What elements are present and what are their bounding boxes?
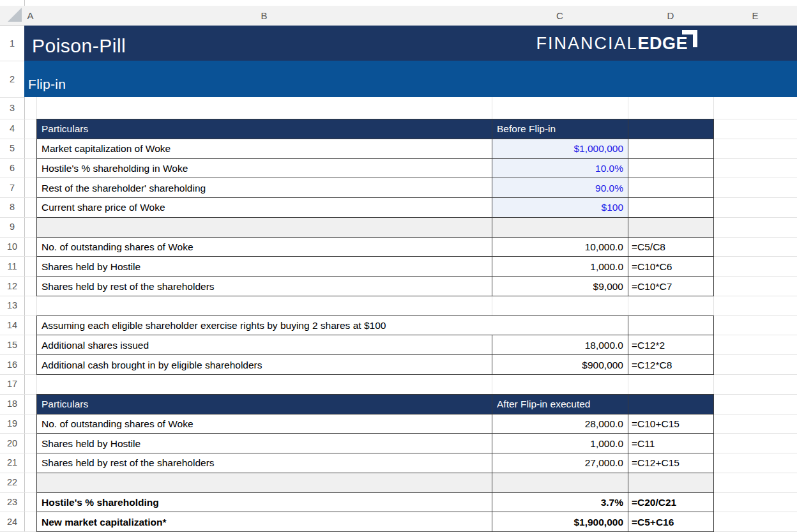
logo-text-bold: EDGE	[637, 34, 688, 53]
cell-C5-value[interactable]: $1,000,000	[492, 139, 628, 159]
row-header-20[interactable]: 20	[0, 433, 24, 453]
column-header-D[interactable]: D	[667, 6, 674, 26]
row-header-13[interactable]: 13	[0, 296, 24, 315]
cell-C12-value[interactable]: $9,000	[492, 277, 628, 296]
cell-B5-label[interactable]: Market capitalization of Woke	[37, 139, 492, 159]
cell-D15-formula[interactable]: =C12*2	[628, 335, 714, 355]
cell-D5[interactable]	[628, 139, 714, 159]
cell-B10-label[interactable]: No. of outstanding shares of Woke	[37, 238, 492, 257]
row-header-17[interactable]: 17	[0, 374, 24, 394]
row-header-19[interactable]: 19	[0, 414, 24, 434]
cell-C8-value[interactable]: $100	[492, 198, 628, 218]
row-header-12[interactable]: 12	[0, 276, 24, 296]
cell-C20-value[interactable]: 1,000.0	[492, 434, 628, 453]
cell-B14-note[interactable]: Assuming each eligible shareholder exerc…	[37, 316, 628, 336]
row-header-10[interactable]: 10	[0, 237, 24, 257]
cell-D14[interactable]	[628, 316, 714, 336]
cell-D9[interactable]	[628, 218, 714, 238]
table-before-flip-in: ParticularsBefore Flip-inMarket capitali…	[36, 119, 714, 296]
row-header-16[interactable]: 16	[0, 354, 24, 374]
cell-D20-formula[interactable]: =C11	[628, 434, 714, 453]
cell-B24-label[interactable]: New market capitalization*	[37, 512, 492, 532]
cell-C6-value[interactable]: 10.0%	[492, 159, 628, 179]
cell-D21-formula[interactable]: =C12+C15	[628, 453, 714, 473]
cell-B16-label[interactable]: Additional cash brought in by eligible s…	[37, 355, 492, 375]
cell-B8-label[interactable]: Current share price of Woke	[37, 198, 492, 218]
cell-B22[interactable]	[37, 473, 492, 493]
row-header-9[interactable]: 9	[0, 217, 24, 237]
logo-text-thin: FINANCIAL	[536, 34, 637, 53]
cell-B9[interactable]	[37, 218, 492, 238]
row-header-1[interactable]: 1	[0, 26, 24, 61]
row-header-4[interactable]: 4	[0, 119, 24, 139]
logo-arrow-icon	[682, 30, 697, 47]
cell-C19-value[interactable]: 28,000.0	[492, 414, 628, 434]
cell-D23-formula[interactable]: =C20/C21	[628, 493, 714, 513]
cell-C18-header[interactable]: After Flip-in executed	[492, 395, 628, 414]
table-assumption: Assuming each eligible shareholder exerc…	[36, 315, 714, 375]
cell-C9[interactable]	[492, 218, 628, 238]
cell-C4-header[interactable]: Before Flip-in	[492, 119, 628, 139]
row-header-22[interactable]: 22	[0, 473, 24, 492]
title-banner-cell[interactable]: Poison-Pill FINANCIALEDGE	[24, 26, 797, 61]
cell-B21-label[interactable]: Shares held by rest of the shareholders	[37, 453, 492, 473]
cell-B18-header[interactable]: Particulars	[37, 395, 492, 414]
row-header-2[interactable]: 2	[0, 61, 24, 97]
cell-D18-header[interactable]	[628, 395, 714, 414]
cell-D12-formula[interactable]: =C10*C7	[628, 277, 714, 296]
spreadsheet: ABCDE 1234567891011121314151617181920212…	[0, 0, 797, 532]
row-header-14[interactable]: 14	[0, 315, 24, 335]
column-header-C[interactable]: C	[556, 6, 563, 26]
cell-D7[interactable]	[628, 178, 714, 198]
row-header-3[interactable]: 3	[0, 97, 24, 119]
row-header-6[interactable]: 6	[0, 158, 24, 178]
column-header-A[interactable]: A	[27, 6, 33, 26]
table-after-flip-in: ParticularsAfter Flip-in executedNo. of …	[36, 394, 714, 532]
cell-B15-label[interactable]: Additional shares issued	[37, 335, 492, 355]
sheet-subtitle: Flip-in	[28, 77, 66, 92]
cell-C16-value[interactable]: $900,000	[492, 355, 628, 375]
row-header-18[interactable]: 18	[0, 394, 24, 414]
cell-B4-header[interactable]: Particulars	[37, 119, 492, 139]
cell-D6[interactable]	[628, 159, 714, 179]
column-header-B[interactable]: B	[261, 6, 267, 26]
column-header-strip	[0, 6, 797, 26]
row-header-21[interactable]: 21	[0, 453, 24, 473]
select-all-triangle-icon[interactable]	[8, 8, 22, 22]
row-header-11[interactable]: 11	[0, 256, 24, 276]
financialedge-logo: FINANCIALEDGE	[536, 34, 697, 54]
cell-C24-value[interactable]: $1,900,000	[492, 512, 628, 532]
cell-D19-formula[interactable]: =C10+C15	[628, 414, 714, 434]
cell-D10-formula[interactable]: =C5/C8	[628, 238, 714, 257]
subtitle-banner-cell[interactable]: Flip-in	[24, 61, 797, 97]
cell-C21-value[interactable]: 27,000.0	[492, 453, 628, 473]
cell-D16-formula[interactable]: =C12*C8	[628, 355, 714, 375]
cell-B23-label[interactable]: Hostile's % shareholding	[37, 493, 492, 513]
cell-B20-label[interactable]: Shares held by Hostile	[37, 434, 492, 453]
cell-C10-value[interactable]: 10,000.0	[492, 238, 628, 257]
cell-C15-value[interactable]: 18,000.0	[492, 335, 628, 355]
cell-C11-value[interactable]: 1,000.0	[492, 257, 628, 277]
cell-B6-label[interactable]: Hostile's % shareholding in Woke	[37, 159, 492, 179]
cell-C22[interactable]	[492, 473, 628, 493]
cell-B19-label[interactable]: No. of outstanding shares of Woke	[37, 414, 492, 434]
column-header-E[interactable]: E	[752, 6, 758, 26]
cell-D11-formula[interactable]: =C10*C6	[628, 257, 714, 277]
cell-C7-value[interactable]: 90.0%	[492, 178, 628, 198]
row-header-23[interactable]: 23	[0, 492, 24, 512]
cell-C23-value[interactable]: 3.7%	[492, 493, 628, 513]
cell-D22[interactable]	[628, 473, 714, 493]
cell-B12-label[interactable]: Shares held by rest of the shareholders	[37, 277, 492, 296]
cell-B7-label[interactable]: Rest of the shareholder' shareholding	[37, 178, 492, 198]
cell-D8[interactable]	[628, 198, 714, 218]
row-header-7[interactable]: 7	[0, 178, 24, 197]
row-header-24[interactable]: 24	[0, 512, 24, 531]
row-header-5[interactable]: 5	[0, 139, 24, 158]
cell-B11-label[interactable]: Shares held by Hostile	[37, 257, 492, 277]
sheet-title: Poison-Pill	[32, 35, 126, 57]
row-header-15[interactable]: 15	[0, 335, 24, 354]
cell-D4-header[interactable]	[628, 119, 714, 139]
cell-D24-formula[interactable]: =C5+C16	[628, 512, 714, 532]
row-header-8[interactable]: 8	[0, 197, 24, 217]
